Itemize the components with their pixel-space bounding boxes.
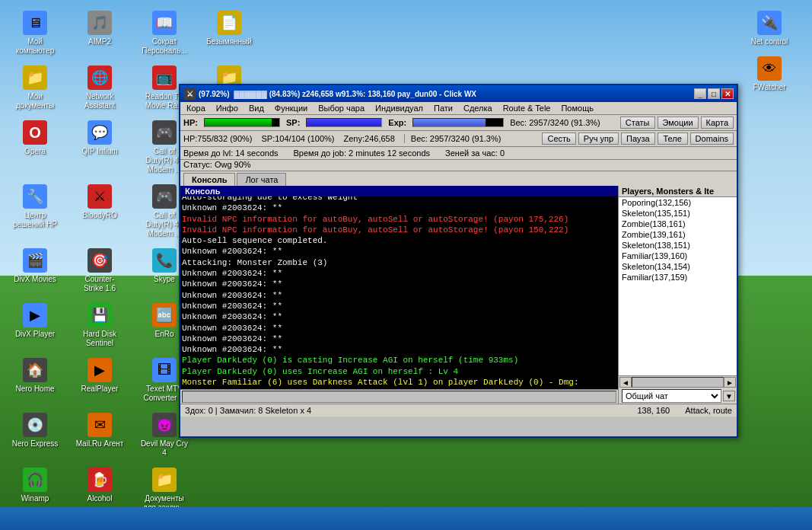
icon-label: RealPlayer: [81, 385, 119, 394]
desktop: 🖥 Мой компьютер 🎵 AIMP2 📖 Сократ Персона…: [0, 0, 812, 530]
icon-label: Alcohol: [88, 494, 113, 503]
icon-sokrat[interactable]: 📖 Сократ Персональ...: [137, 8, 192, 59]
players-list: Poporing(132,156)Skeleton(135,151)Zombie…: [619, 197, 737, 375]
menu-individual[interactable]: Индивидуал: [371, 103, 428, 113]
icon-my-docs[interactable]: 📁 Мои документы: [8, 62, 62, 113]
texet-icon: 🎞: [152, 358, 177, 382]
hp-value: HP:755/832 (90%): [183, 134, 253, 143]
manual-button[interactable]: Руч упр: [578, 132, 619, 145]
player-item[interactable]: Skeleton(134,154): [619, 261, 737, 272]
title-bar-buttons: _ □ ✕: [694, 88, 734, 99]
players-title: Players, Monsters & Ite: [619, 186, 737, 197]
game-window: ⚔ (97.92%) ▓▓▓▓▓▓ (84.83%) z246,658 w91.…: [179, 84, 738, 438]
hp-fill: [205, 119, 272, 126]
icon-label: Nero Express: [12, 439, 59, 449]
skype-icon: 📞: [152, 248, 177, 273]
bloody-ro-icon: ⚔: [88, 184, 112, 209]
opera-icon: O: [23, 120, 47, 145]
menu-pati[interactable]: Пати: [429, 103, 457, 113]
players-nav-right[interactable]: ►: [724, 377, 736, 388]
hp-label: HP:: [183, 118, 198, 127]
menu-pomosh[interactable]: Помощь: [556, 103, 598, 113]
player-item[interactable]: Familiar(139,160): [619, 251, 737, 261]
menu-kora[interactable]: Кора: [182, 103, 210, 113]
players-nav-left[interactable]: ◄: [619, 377, 632, 388]
domains-button[interactable]: Domains: [690, 132, 734, 145]
weight-label: Вес: 2957/3240 (91.3%): [510, 118, 600, 127]
icon-label: Net control: [751, 37, 788, 46]
icon-my-computer[interactable]: 🖥 Мой компьютер: [8, 8, 62, 59]
aimp2-icon: 🎵: [88, 11, 112, 35]
taskbar: [0, 507, 812, 530]
stats-bar: HP: SP: Exp: Вес: 2957/3240 (91.3%) Стат…: [180, 115, 737, 131]
tele-button[interactable]: Теле: [658, 132, 688, 145]
sp-value: SP:104/104 (100%): [262, 134, 335, 143]
nero-express-icon: 💿: [23, 413, 47, 437]
title-stats: (97.92%) ▓▓▓▓▓▓ (84.83%) z246,658 w91.3%…: [199, 90, 476, 98]
stats-button[interactable]: Статы: [620, 117, 655, 129]
menu-route[interactable]: Route & Tele: [498, 103, 556, 113]
tab-console[interactable]: Консоль: [183, 173, 235, 186]
action-status: Attack, route: [685, 406, 732, 415]
icon-label: Skype: [154, 275, 175, 284]
chat-dropdown-button[interactable]: ▼: [723, 391, 735, 401]
player-item[interactable]: Zombie(138,161): [619, 219, 737, 229]
icon-opera[interactable]: O Opera: [8, 117, 62, 177]
icon-bloody-ro[interactable]: ⚔ BloodyRO: [72, 181, 127, 241]
horizontal-scrollbar[interactable]: [182, 391, 616, 403]
icon-mail-ru[interactable]: ✉ Mail.Ru Агент: [72, 410, 127, 461]
icon-bezymyanny[interactable]: 📄 Безымянный: [202, 8, 256, 59]
icon-aimp2[interactable]: 🎵 AIMP2: [72, 8, 127, 59]
real-player-icon: ▶: [88, 358, 112, 382]
player-item[interactable]: Poporing(132,156): [619, 197, 737, 208]
tab-log-chat[interactable]: Лог чата: [237, 173, 286, 186]
menu-info[interactable]: Инфо: [212, 103, 243, 113]
console-area: Консоль Auto-storaging due to excess Wei…: [180, 186, 619, 404]
icon-network-assistant[interactable]: 🌐 Network Assistant: [72, 62, 127, 113]
seat-button[interactable]: Сесть: [542, 132, 575, 145]
coords-display: 138, 160: [637, 406, 670, 415]
menu-funktsii[interactable]: Функции: [270, 103, 312, 113]
kill-status: Здох: 0 | Замачил: 8 Skeleton x 4: [185, 406, 311, 415]
sp-bar: [306, 118, 382, 127]
chat-selector[interactable]: Общий чат: [622, 389, 721, 403]
emotions-button[interactable]: Эмоции: [658, 117, 699, 129]
title-bar: ⚔ (97.92%) ▓▓▓▓▓▓ (84.83%) z246,658 w91.…: [180, 85, 737, 102]
icon-nero-express[interactable]: 💿 Nero Express: [8, 410, 62, 461]
players-scrollbar[interactable]: [632, 377, 724, 388]
hard-disk-icon: 💾: [88, 303, 112, 327]
my-computer-icon: 🖥: [23, 11, 47, 35]
player-item[interactable]: Zombie(139,161): [619, 229, 737, 240]
icon-divx-player[interactable]: ▶ DivX Player: [8, 300, 62, 351]
console-output[interactable]: Auto-storaging due to excess WeightUnkno…: [180, 196, 618, 389]
menu-vid[interactable]: Вид: [244, 103, 269, 113]
player-item[interactable]: Skeleton(135,151): [619, 208, 737, 219]
pause-button[interactable]: Пауза: [621, 132, 655, 145]
icon-counter-strike[interactable]: 🎯 Counter-Strike 1.6: [72, 245, 127, 296]
menu-vybor[interactable]: Выбор чара: [314, 103, 369, 113]
bottom-status: Здох: 0 | Замачил: 8 Skeleton x 4 138, 1…: [180, 404, 737, 417]
icon-divx-movies[interactable]: 🎬 DivX Movies: [8, 245, 62, 296]
minimize-button[interactable]: _: [694, 88, 706, 99]
map-button[interactable]: Карта: [701, 117, 734, 129]
info-bar: HP:755/832 (90%) SP:104/104 (100%) Zeny:…: [180, 131, 737, 147]
my-docs-icon: 📁: [23, 65, 47, 90]
icon-label: Hard Disk Sentinel: [75, 330, 124, 348]
restore-button[interactable]: □: [708, 88, 720, 99]
player-item[interactable]: Skeleton(138,151): [619, 240, 737, 251]
action-buttons-right2: Сесть Руч упр Пауза Теле Domains: [542, 132, 734, 145]
weight-value-text: Вес: 2957/3240 (91.3%): [404, 134, 502, 143]
icon-net-control[interactable]: 🔌 Net control: [742, 8, 797, 49]
icon-real-player[interactable]: ▶ RealPlayer: [72, 355, 127, 406]
icon-fwatcher[interactable]: 👁 FWatcher: [742, 53, 797, 95]
icon-hard-disk[interactable]: 💾 Hard Disk Sentinel: [72, 300, 127, 351]
icon-qip-infium[interactable]: 💬 QIP Infium: [72, 117, 127, 177]
close-button[interactable]: ✕: [721, 88, 734, 99]
icon-label: Network Assistant: [75, 92, 124, 110]
icon-nero-home[interactable]: 🏠 Nero Home: [8, 355, 62, 406]
menu-sdelka[interactable]: Сделка: [459, 103, 497, 113]
status-line: Статус: Owg 90%: [180, 160, 737, 171]
icon-centr[interactable]: 🔧 Центр решений HP: [8, 181, 62, 241]
exp-label: Exp:: [388, 118, 406, 127]
player-item[interactable]: Familiar(137,159): [619, 272, 737, 283]
